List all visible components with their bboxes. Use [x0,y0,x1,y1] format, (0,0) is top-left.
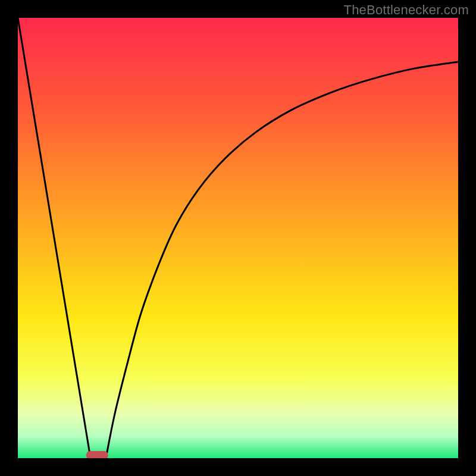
plot-area [18,18,458,458]
watermark-text: TheBottlenecker.com [344,2,469,18]
marker-pill [86,451,108,458]
minimum-marker [86,451,108,458]
chart-svg [18,18,458,458]
chart-frame: TheBottlenecker.com [0,0,476,476]
gradient-background [18,18,458,458]
